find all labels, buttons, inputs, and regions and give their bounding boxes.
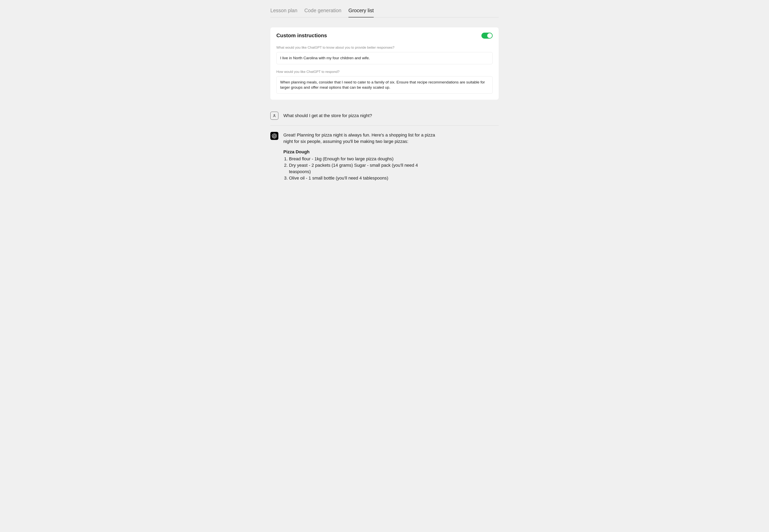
assistant-shopping-list: Bread flour - 1kg (Enough for two large … — [283, 156, 440, 181]
user-icon — [272, 114, 276, 118]
tab-grocery-list[interactable]: Grocery list — [348, 8, 374, 17]
tabs: Lesson plan Code generation Grocery list — [270, 0, 499, 17]
toggle-knob — [487, 33, 492, 38]
assistant-message-content: Great! Planning for pizza night is alway… — [283, 132, 440, 181]
respond-label: How would you like ChatGPT to respond? — [276, 70, 493, 74]
about-you-field[interactable]: I live in North Carolina with my four ch… — [276, 52, 493, 64]
chat-area: What should I get at the store for pizza… — [270, 112, 499, 187]
user-message-row: What should I get at the store for pizza… — [270, 112, 499, 125]
assistant-intro-text: Great! Planning for pizza night is alway… — [283, 132, 440, 145]
respond-field[interactable]: When planning meals, consider that I nee… — [276, 76, 493, 94]
list-item: Bread flour - 1kg (Enough for two large … — [289, 156, 440, 162]
tab-code-generation[interactable]: Code generation — [304, 8, 341, 17]
user-avatar — [270, 112, 278, 120]
svg-point-0 — [274, 114, 275, 115]
tab-lesson-plan[interactable]: Lesson plan — [270, 8, 297, 17]
custom-instructions-card: Custom instructions What would you like … — [270, 27, 499, 100]
assistant-section-title: Pizza Dough — [283, 149, 440, 155]
assistant-avatar — [270, 132, 278, 140]
custom-instructions-title: Custom instructions — [276, 32, 327, 39]
list-item: Olive oil - 1 small bottle (you'll need … — [289, 175, 440, 181]
user-message-text: What should I get at the store for pizza… — [283, 112, 372, 119]
openai-icon — [272, 133, 277, 139]
custom-instructions-toggle[interactable] — [482, 33, 493, 39]
about-you-label: What would you like ChatGPT to know abou… — [276, 46, 493, 50]
assistant-message-row: Great! Planning for pizza night is alway… — [270, 132, 499, 187]
list-item: Dry yeast - 2 packets (14 grams) Sugar -… — [289, 162, 440, 175]
